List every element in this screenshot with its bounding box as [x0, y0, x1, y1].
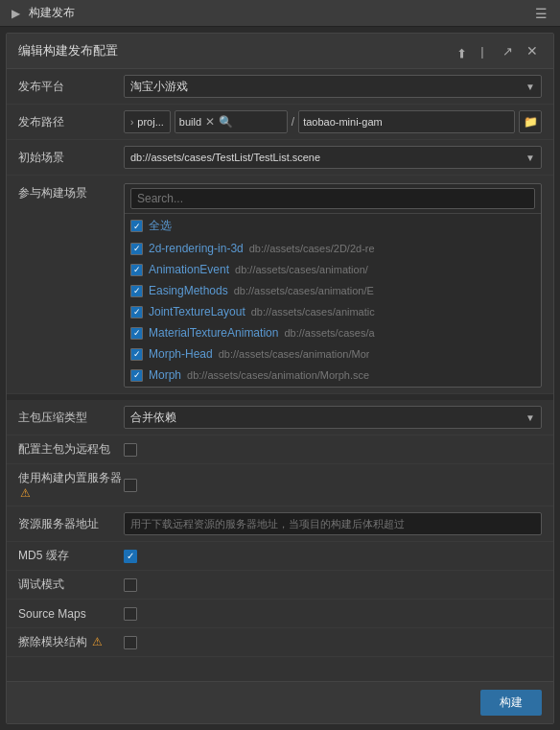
panel-title: 编辑构建发布配置 [18, 42, 118, 59]
md5-checkbox[interactable]: ✓ [124, 550, 137, 563]
scene-name-3: JointTextureLayout [149, 305, 245, 318]
use-server-label-text: 使用构建内置服务器 [18, 471, 122, 484]
scene-select-all[interactable]: ✓ 全选 [125, 214, 541, 238]
path-proj-text: proj... [137, 116, 164, 128]
build-button[interactable]: 构建 [480, 690, 542, 716]
platform-select[interactable]: 淘宝小游戏 ▼ [124, 75, 542, 98]
config-remote-control [124, 443, 542, 457]
initial-scene-arrow-icon: ▼ [525, 153, 535, 163]
debug-row: 调试模式 [7, 571, 553, 600]
scene-name-0: 2d-rendering-in-3d [149, 242, 244, 255]
remove-module-label-text: 擦除模块结构 [18, 635, 87, 648]
debug-control [124, 578, 542, 592]
platform-arrow-icon: ▼ [525, 82, 535, 92]
use-server-control [124, 479, 542, 492]
scene-checkbox-1[interactable]: ✓ [130, 264, 143, 276]
scene-search-input[interactable] [130, 188, 535, 209]
path-proj[interactable]: › proj... [124, 110, 171, 133]
select-all-check-icon: ✓ [133, 222, 141, 231]
titlebar-right: ☰ [529, 2, 552, 25]
md5-check-icon: ✓ [127, 551, 134, 561]
path-build-text: build [179, 116, 201, 128]
scene-name-6: Morph [149, 368, 181, 382]
path-separator: / [292, 115, 294, 129]
scene-list: ✓ 全选 ✓ 2d-rendering-in-3d db://assets/ca… [125, 214, 541, 387]
list-item[interactable]: ✓ AnimationEvent db://assets/cases/anima… [125, 259, 541, 280]
scene-name-5: Morph-Head [149, 347, 213, 361]
path-row: 发布路径 › proj... build ✕ 🔍 / taobao-mini-g… [7, 105, 553, 140]
scenes-panel: ✓ 全选 ✓ 2d-rendering-in-3d db://assets/ca… [124, 183, 542, 388]
path-folder-button[interactable]: 📁 [519, 110, 542, 133]
compress-select[interactable]: 合并依赖 ▼ [124, 406, 542, 429]
export-button[interactable]: ↗ [498, 41, 517, 60]
panel-footer: 构建 [7, 681, 553, 723]
resource-server-input[interactable] [124, 512, 542, 535]
scene-name-1: AnimationEvent [149, 263, 229, 276]
list-item[interactable]: ✓ 2d-rendering-in-3d db://assets/cases/2… [125, 238, 541, 259]
list-item[interactable]: ✓ EasingMethods db://assets/cases/animat… [125, 280, 541, 301]
scene-checkbox-0[interactable]: ✓ [130, 243, 143, 255]
remove-module-checkbox[interactable] [124, 636, 137, 649]
source-maps-checkbox[interactable] [124, 607, 137, 621]
path-search-icon[interactable]: 🔍 [219, 115, 233, 129]
titlebar-menu-icon[interactable]: ☰ [529, 2, 552, 25]
participate-scene-row: 参与构建场景 ✓ 全选 [7, 176, 553, 394]
path-row-inner: › proj... build ✕ 🔍 / taobao-mini-gam 📁 [124, 110, 542, 133]
scene-checkbox-3[interactable]: ✓ [130, 306, 143, 318]
md5-control: ✓ [124, 550, 542, 563]
list-item[interactable]: ✓ JointTextureLayout db://assets/cases/a… [125, 301, 541, 322]
scene-checkbox-4[interactable]: ✓ [130, 327, 143, 340]
participate-scene-label: 参与构建场景 [18, 183, 124, 201]
list-item[interactable]: ✓ MaterialTextureAnimation db://assets/c… [125, 322, 541, 343]
scene-name-4: MaterialTextureAnimation [149, 326, 278, 340]
initial-scene-label: 初始场景 [18, 150, 124, 166]
path-clear-icon[interactable]: ✕ [205, 115, 215, 129]
list-item[interactable]: ✓ Morph-Head db://assets/cases/animation… [125, 343, 541, 365]
app-icon: ▶ [8, 6, 23, 21]
initial-scene-value: db://assets/cases/TestList/TestList.scen… [130, 152, 320, 163]
remove-module-label: 擦除模块结构 ⚠ [18, 634, 124, 650]
participate-scene-control: ✓ 全选 ✓ 2d-rendering-in-3d db://assets/ca… [124, 183, 542, 388]
titlebar-left: ▶ 构建发布 [8, 5, 75, 21]
debug-checkbox[interactable] [124, 578, 137, 592]
scene-checkbox-2[interactable]: ✓ [130, 285, 143, 297]
resource-server-label: 资源服务器地址 [18, 516, 124, 532]
path-game-container: taobao-mini-gam [298, 110, 515, 133]
initial-scene-control: db://assets/cases/TestList/TestList.scen… [124, 146, 542, 169]
select-all-label: 全选 [149, 218, 172, 234]
use-server-checkbox[interactable] [124, 479, 137, 492]
config-remote-checkbox[interactable] [124, 443, 137, 457]
scene-path-6: db://assets/cases/animation/Morph.sce [187, 369, 369, 381]
resource-server-control [124, 512, 542, 535]
scene-path-0: db://assets/cases/2D/2d-re [249, 243, 375, 254]
path-proj-arrow: › [130, 117, 133, 128]
source-maps-label: Source Maps [18, 607, 124, 621]
compress-row: 主包压缩类型 合并依赖 ▼ [7, 400, 553, 436]
list-item[interactable]: ✓ Morph db://assets/cases/animation/Morp… [125, 365, 541, 386]
scene-path-4: db://assets/cases/a [284, 327, 374, 339]
scene-checkbox-6[interactable]: ✓ [130, 369, 143, 382]
remove-module-warning-icon: ⚠ [92, 635, 103, 648]
initial-scene-select[interactable]: db://assets/cases/TestList/TestList.scen… [124, 146, 542, 169]
use-server-label: 使用构建内置服务器 ⚠ [18, 470, 124, 500]
list-item[interactable]: ✓ PartAnimation db://assets/cases/animat… [125, 386, 541, 387]
config-remote-label: 配置主包为远程包 [18, 441, 124, 458]
scene-checkbox-5[interactable]: ✓ [130, 348, 143, 361]
platform-label: 发布平台 [18, 79, 124, 95]
use-server-warning-icon: ⚠ [20, 486, 31, 500]
close-button[interactable]: ✕ [523, 41, 542, 60]
debug-label: 调试模式 [18, 577, 124, 593]
build-panel: 编辑构建发布配置 ⬇ | ↗ ✕ 发布平台 淘宝小游戏 ▼ 发布路径 [6, 33, 554, 724]
platform-value: 淘宝小游戏 [130, 79, 188, 95]
remove-module-control [124, 636, 542, 649]
scene-search-box [125, 184, 541, 214]
titlebar: ▶ 构建发布 ☰ [0, 0, 560, 27]
import-button[interactable]: ⬇ [448, 41, 467, 60]
resource-server-row: 资源服务器地址 [7, 506, 553, 542]
compress-value: 合并依赖 [130, 410, 176, 426]
scene-path-1: db://assets/cases/animation/ [235, 264, 368, 275]
select-all-checkbox[interactable]: ✓ [130, 220, 143, 232]
scene-name-2: EasingMethods [149, 284, 228, 297]
panel-header: 编辑构建发布配置 ⬇ | ↗ ✕ [7, 34, 553, 69]
source-maps-row: Source Maps [7, 600, 553, 628]
